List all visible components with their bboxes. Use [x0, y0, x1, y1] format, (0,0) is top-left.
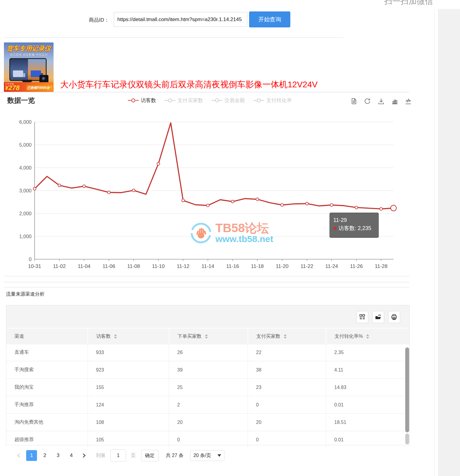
legend-item-2[interactable]: 支付买家数 [165, 97, 203, 104]
legend-line-marker-icon [165, 98, 175, 103]
value-cell: 0.01 [326, 431, 409, 448]
channel-cell: 超级推荐 [6, 431, 88, 448]
legend-item-4[interactable]: 支付转化率 [253, 97, 292, 104]
query-button[interactable]: 开始查询 [249, 11, 290, 27]
product-image-subline: 前后双录 倒车影像 停车监控 [4, 53, 54, 57]
table-scrollbar[interactable] [405, 347, 409, 432]
page-unit-label: 页 [131, 453, 136, 459]
legend-line-marker-icon [211, 98, 222, 103]
goto-label: 到第 [96, 453, 106, 459]
chart-tooltip: 11-29 访客数: 2,235 [329, 213, 379, 238]
svg-text:11-28: 11-28 [375, 263, 387, 269]
visitors-chart[interactable]: 01,0002,0003,0004,0005,0006,00010-3111-0… [6, 116, 411, 272]
value-cell: 38 [248, 361, 326, 378]
sort-icon[interactable] [114, 334, 117, 339]
product-title: 大小货车行车记录仪双镜头前后双录高清夜视倒车影像一体机12V24V [60, 79, 318, 90]
page-number-4[interactable]: 4 [66, 450, 77, 461]
series-dot-icon [333, 227, 337, 230]
column-header-5[interactable]: 支付转化率% [326, 328, 409, 344]
svg-text:11-26: 11-26 [350, 263, 363, 269]
table-body: 直通车93326222.35手淘搜索92339384.11我的淘宝1552523… [6, 344, 409, 448]
channel-cell: 手淘推荐 [6, 396, 88, 413]
line-chart-canvas: 01,0002,0003,0004,0005,0006,00010-3111-0… [6, 116, 411, 272]
column-header-4[interactable]: 支付买家数 [248, 328, 326, 344]
value-cell: 0 [169, 431, 248, 448]
svg-text:11-06: 11-06 [103, 263, 115, 269]
price-banner: 到手价格: ¥278 已热销70000台⁺ [4, 82, 54, 92]
print-button[interactable] [388, 311, 400, 323]
legend-line-marker-icon [253, 98, 264, 103]
section-title-traffic: 流量来源渠道分析 [6, 291, 45, 297]
value-cell: 0 [248, 396, 326, 413]
traffic-table-card: 渠道访客数下单买家数支付买家数支付转化率% 直通车93326222.35手淘搜索… [6, 305, 410, 445]
svg-text:1,000: 1,000 [19, 234, 32, 239]
document-icon[interactable] [350, 98, 357, 105]
chart-toolbar [350, 98, 412, 105]
svg-text:3,000: 3,000 [19, 188, 32, 193]
svg-text:11-16: 11-16 [226, 263, 239, 269]
legend-item-1[interactable]: 访客数 [128, 97, 156, 104]
confirm-button[interactable]: 确定 [141, 450, 159, 461]
svg-text:5,000: 5,000 [19, 142, 32, 148]
sort-icon[interactable] [205, 334, 208, 339]
value-cell: 39 [169, 361, 248, 378]
value-cell: 124 [88, 396, 169, 413]
value-cell: 22 [248, 344, 326, 361]
section-title-overview: 数据一览 [7, 96, 35, 105]
sort-icon[interactable] [284, 334, 287, 339]
download-icon[interactable] [378, 98, 385, 105]
table-row: 我的淘宝155252314.83 [6, 378, 409, 396]
export-button[interactable] [372, 311, 384, 323]
value-cell: 108 [88, 414, 169, 431]
tooltip-date: 11-29 [333, 216, 375, 224]
sort-icon[interactable] [366, 334, 369, 339]
camera-graphic [39, 75, 48, 83]
value-cell: 2.35 [326, 344, 409, 361]
svg-text:11-10: 11-10 [152, 263, 165, 269]
svg-text:2,000: 2,000 [19, 211, 32, 216]
channel-cell: 手淘搜索 [6, 361, 88, 378]
svg-text:4,000: 4,000 [19, 165, 32, 170]
line-chart-icon[interactable] [405, 98, 412, 105]
price-value: ¥278 [5, 84, 20, 92]
pagination-bar: 1234 到第 页 确定 共 27 条 20 条/页 [6, 447, 410, 464]
table-row: 超级推荐105000.01 [6, 431, 409, 448]
product-image[interactable]: 货车专用记录仪 前后双录 倒车影像 停车监控 到手价格: ¥278 已热销700… [4, 42, 54, 92]
channel-cell: 淘内免费其他 [6, 414, 88, 431]
divider [4, 37, 344, 38]
svg-text:11-14: 11-14 [202, 263, 214, 269]
value-cell: 2 [169, 396, 248, 413]
svg-text:11-20: 11-20 [276, 263, 289, 269]
svg-text:11-04: 11-04 [78, 263, 90, 269]
value-cell: 933 [88, 344, 169, 361]
legend-item-3[interactable]: 交易金额 [211, 97, 245, 104]
column-header-2[interactable]: 访客数 [88, 328, 169, 344]
column-header-3[interactable]: 下单买家数 [169, 328, 248, 344]
page-number-3[interactable]: 3 [53, 450, 63, 461]
column-header-1: 渠道 [6, 328, 88, 344]
page-size-select[interactable]: 20 条/页 [190, 450, 224, 461]
svg-text:10-31: 10-31 [28, 263, 41, 269]
product-id-input[interactable] [114, 12, 247, 27]
value-cell: 20 [169, 414, 248, 431]
value-cell: 23 [248, 379, 326, 396]
table-row: 淘内免费其他108202018.51 [6, 413, 409, 431]
next-page-button[interactable] [80, 450, 89, 461]
bar-chart-icon[interactable] [391, 98, 398, 105]
value-cell: 155 [88, 379, 169, 396]
page-number-2[interactable]: 2 [39, 450, 50, 461]
svg-text:11-24: 11-24 [325, 263, 338, 269]
svg-text:6,000: 6,000 [19, 119, 32, 125]
goto-page-input[interactable] [110, 450, 126, 462]
value-cell: 4.11 [326, 361, 409, 378]
svg-text:0: 0 [29, 257, 32, 262]
divider [4, 282, 409, 282]
svg-text:11-12: 11-12 [177, 263, 190, 269]
value-cell: 0 [248, 431, 326, 448]
column-settings-button[interactable] [356, 311, 368, 323]
refresh-icon[interactable] [364, 98, 371, 105]
prev-page-button[interactable] [14, 450, 23, 461]
page-number-1[interactable]: 1 [26, 450, 37, 461]
legend-line-marker-icon [128, 98, 139, 103]
table-row: 直通车93326222.35 [6, 344, 409, 361]
